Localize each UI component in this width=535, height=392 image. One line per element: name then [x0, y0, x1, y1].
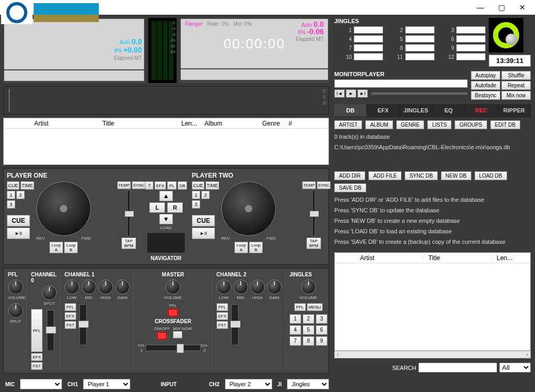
ch2-mid[interactable] [233, 280, 248, 294]
ch2-low[interactable] [217, 280, 231, 294]
nav-left[interactable]: L [149, 202, 165, 213]
window-minimize[interactable]: — [470, 1, 491, 14]
ch2-efx[interactable]: EFX [217, 312, 228, 320]
waveform-overview[interactable]: ①②③ [3, 86, 329, 115]
p2-pitch-slider[interactable] [312, 190, 315, 236]
jingle-slot-2[interactable] [405, 26, 435, 34]
p2-loop-b[interactable]: Loop B [249, 242, 263, 253]
db-add-file[interactable]: ADD FILE [368, 171, 402, 180]
ch0-split-knob[interactable] [42, 285, 57, 300]
jingle-slot-8[interactable] [405, 44, 435, 51]
monitor-prev[interactable]: I◄ [334, 89, 345, 98]
db-filter-album[interactable]: ALBUM [365, 120, 393, 129]
ch2-select[interactable]: Player 2 [225, 379, 272, 389]
jingles-select[interactable]: Jingles [287, 379, 329, 389]
db-edit[interactable]: EDIT DB [490, 120, 520, 129]
p1-jogwheel[interactable] [36, 181, 91, 236]
p2-temp[interactable]: TEMP [302, 181, 316, 189]
col-len[interactable]: Len... [177, 120, 200, 127]
monitor-next[interactable]: ►I [357, 89, 368, 98]
db-filter-groups[interactable]: GROUPS [455, 120, 487, 129]
col-title[interactable]: Title [98, 120, 177, 127]
mode-mixnow[interactable]: Mix now [501, 91, 531, 100]
p1-temp[interactable]: TEMP [117, 181, 131, 189]
ch1-mid[interactable] [81, 280, 96, 294]
ch1-select[interactable]: Player 1 [83, 379, 130, 389]
ch0-fst[interactable]: FST [31, 362, 43, 370]
p2-cue-toggle[interactable]: CUE [192, 181, 204, 190]
monitor-play[interactable]: ► [346, 89, 356, 98]
master-pfl[interactable] [168, 309, 178, 316]
crossfader[interactable] [146, 345, 201, 351]
ch0-efx[interactable]: EFX [31, 353, 43, 361]
ch2-pfl[interactable]: PFL [217, 303, 228, 311]
jingle-pad-6[interactable]: 6 [316, 325, 327, 335]
nav-pl[interactable]: PL [167, 181, 177, 190]
dbcol-len[interactable]: Len... [492, 254, 513, 262]
db-sync[interactable]: SYNC DB [405, 171, 437, 180]
p1-hotcue-2[interactable]: 2 [16, 191, 25, 199]
jingle-slot-9[interactable] [456, 44, 486, 51]
jingle-pad-4[interactable]: 4 [290, 325, 301, 335]
jingle-slot-10[interactable] [354, 53, 383, 60]
p1-tap-bpm[interactable]: TAP BPM [121, 238, 136, 249]
nav-db[interactable]: DB [178, 181, 187, 190]
jingle-pad-3[interactable]: 3 [316, 314, 327, 324]
db-hscroll[interactable]: ‹ › [334, 351, 531, 358]
ch1-efx[interactable]: EFX [65, 312, 76, 320]
db-filter-lists[interactable]: LISTS [427, 120, 451, 129]
p2-hotcue-2[interactable]: 2 [201, 191, 210, 199]
window-close[interactable]: ✕ [512, 1, 533, 14]
ch2-fader[interactable] [231, 304, 239, 345]
dbcol-artist[interactable]: Artist [356, 254, 424, 262]
db-table[interactable]: Artist Title Len... [334, 252, 531, 351]
jingle-slot-6[interactable] [456, 35, 486, 43]
mode-beatsync[interactable]: Beatsync [471, 91, 500, 100]
xf-onoff[interactable] [157, 332, 167, 339]
ch1-high[interactable] [98, 280, 113, 294]
jingle-pad-2[interactable]: 2 [303, 314, 314, 324]
pfl-split-knob[interactable] [8, 303, 23, 318]
jingles-menu[interactable]: MENU [307, 303, 323, 311]
db-save[interactable]: SAVE DB [334, 183, 366, 192]
db-add-dir[interactable]: ADD DIR [334, 171, 365, 180]
jingle-slot-1[interactable] [354, 26, 383, 34]
jingles-pfl[interactable]: PFL [294, 303, 306, 311]
p2-loop-a[interactable]: Loop A [234, 242, 248, 253]
mode-autofade[interactable]: Autofade [471, 81, 500, 90]
db-new[interactable]: NEW DB [441, 171, 471, 180]
p2-sync[interactable]: SYNC [317, 181, 331, 189]
search-input[interactable] [418, 363, 497, 373]
col-album[interactable]: Album [200, 120, 258, 127]
mode-shuffle[interactable]: Shuffle [501, 71, 531, 80]
tab-rec[interactable]: REC [465, 104, 498, 117]
xf-mixnow[interactable] [173, 331, 182, 338]
jingle-pad-8[interactable]: 8 [303, 336, 314, 346]
p2-jogwheel[interactable] [221, 181, 276, 236]
ch1-fst[interactable]: FST [65, 321, 76, 329]
p1-hotcue-1[interactable]: 1 [7, 191, 15, 199]
p1-cue-toggle[interactable]: CUE [7, 181, 19, 190]
dbcol-title[interactable]: Title [424, 254, 492, 262]
nav-down[interactable]: ▼ [159, 214, 173, 224]
p1-pitch-slider[interactable] [127, 190, 130, 236]
nav-right[interactable]: R [167, 202, 183, 213]
tab-eq[interactable]: EQ [433, 104, 465, 117]
db-load[interactable]: LOAD DB [475, 171, 507, 180]
tab-ripper[interactable]: RIPPER [498, 104, 531, 117]
pfl-volume-knob[interactable] [8, 280, 23, 294]
ch1-fader[interactable] [79, 304, 87, 345]
ch2-high[interactable] [250, 280, 265, 294]
mode-repeat[interactable]: Repeat [501, 81, 531, 90]
search-scope[interactable]: All [499, 363, 531, 373]
jingle-pad-5[interactable]: 5 [303, 325, 314, 335]
p1-loop-a[interactable]: Loop A [49, 242, 63, 253]
jingle-slot-12[interactable] [456, 53, 486, 60]
p1-play-button[interactable]: ►II [7, 228, 30, 239]
master-volume[interactable] [166, 280, 180, 294]
window-maximize[interactable]: ▢ [491, 1, 512, 14]
tab-efx[interactable]: EFX [367, 104, 399, 117]
jingle-slot-7[interactable] [354, 44, 383, 51]
jingle-slot-5[interactable] [405, 35, 435, 43]
p2-tap-bpm[interactable]: TAP BPM [306, 238, 321, 249]
